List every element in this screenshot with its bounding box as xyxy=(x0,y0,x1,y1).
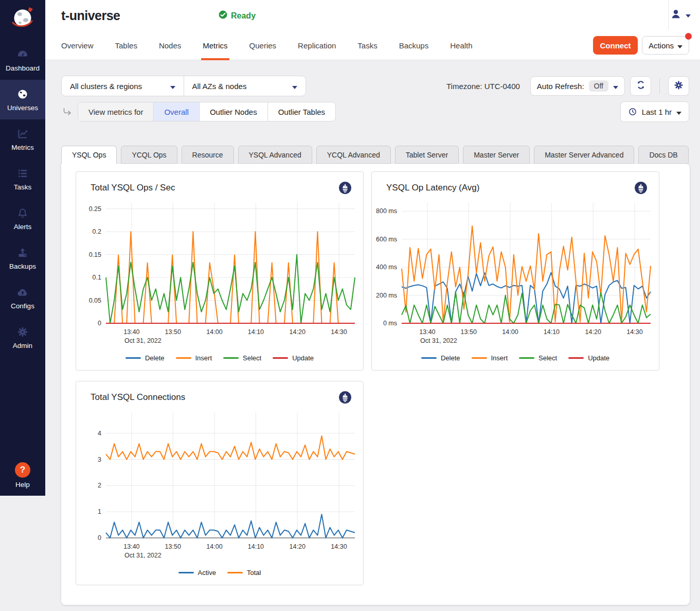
auto-refresh-control[interactable]: Auto Refresh: Off xyxy=(530,76,625,96)
legend-label: Select xyxy=(539,354,557,362)
svg-text:4: 4 xyxy=(98,430,101,437)
legend-label: Delete xyxy=(145,354,165,362)
view-metrics-label: View metrics for xyxy=(78,102,154,121)
prometheus-icon[interactable] xyxy=(634,181,648,195)
azs-nodes-dropdown[interactable]: All AZs & nodes xyxy=(184,76,306,96)
metric-tab-resource[interactable]: Resource xyxy=(182,146,234,164)
backup-icon xyxy=(16,247,29,259)
bell-icon xyxy=(16,207,29,219)
sidebar-item-metrics[interactable]: Metrics xyxy=(0,119,45,159)
svg-text:1: 1 xyxy=(98,508,101,515)
chart-canvas: 13:4013:5014:0014:1014:2014:300 ms200 ms… xyxy=(372,196,658,350)
nav-tab-list: OverviewTablesNodesMetricsQueriesReplica… xyxy=(61,31,494,60)
list-icon xyxy=(16,167,29,180)
sidebar-item-label: Alerts xyxy=(14,223,32,231)
prometheus-icon[interactable] xyxy=(338,181,352,195)
legend-item-update[interactable]: Update xyxy=(273,354,314,362)
actions-label: Actions xyxy=(649,41,674,50)
svg-text:0 ms: 0 ms xyxy=(383,320,397,327)
svg-text:0.25: 0.25 xyxy=(89,205,101,213)
azs-nodes-value: All AZs & nodes xyxy=(192,82,247,91)
sidebar-item-admin[interactable]: Admin xyxy=(0,318,45,357)
chevron-down-icon xyxy=(686,10,691,20)
legend-label: Delete xyxy=(441,354,460,362)
chart-card-ysql-op-latency: YSQL Op Latency (Avg) 13:4013:5014:0014:… xyxy=(371,171,659,371)
refresh-icon xyxy=(636,80,646,92)
metric-tab-ycql-advanced[interactable]: YCQL Advanced xyxy=(316,146,391,164)
help-icon: ? xyxy=(15,462,30,478)
legend-item-delete[interactable]: Delete xyxy=(125,354,165,362)
sidebar-item-dashboard[interactable]: Dashboard xyxy=(0,40,45,80)
tab-tasks[interactable]: Tasks xyxy=(357,31,377,60)
tab-queries[interactable]: Queries xyxy=(249,31,277,60)
avatar-icon xyxy=(670,8,682,22)
legend-item-insert[interactable]: Insert xyxy=(472,354,508,362)
legend-label: Active xyxy=(198,569,216,577)
sidebar-item-alerts[interactable]: Alerts xyxy=(0,199,45,238)
tab-metrics[interactable]: Metrics xyxy=(203,31,227,60)
legend-item-total[interactable]: Total xyxy=(227,569,261,577)
tab-nodes[interactable]: Nodes xyxy=(159,31,181,60)
metric-tab-master-server[interactable]: Master Server xyxy=(463,146,530,164)
chevron-down-icon xyxy=(677,41,683,50)
sidebar-item-label: Admin xyxy=(13,342,32,350)
svg-text:13:50: 13:50 xyxy=(165,328,181,336)
app-logo[interactable] xyxy=(8,4,37,35)
metric-tab-ysql-ops[interactable]: YSQL Ops xyxy=(61,146,117,164)
settings-button[interactable] xyxy=(668,76,689,96)
tab-overview[interactable]: Overview xyxy=(61,31,94,60)
connect-button[interactable]: Connect xyxy=(593,36,638,55)
scope-dropdown-group: All clusters & regions All AZs & nodes xyxy=(61,76,306,96)
view-metrics-tab-overall[interactable]: Overall xyxy=(154,102,200,121)
actions-button[interactable]: Actions xyxy=(642,36,689,55)
legend-item-select[interactable]: Select xyxy=(223,354,261,362)
legend-item-select[interactable]: Select xyxy=(519,354,557,362)
metric-tab-master-server-advanced[interactable]: Master Server Advanced xyxy=(534,146,634,164)
legend-swatch xyxy=(178,572,194,573)
svg-text:13:40: 13:40 xyxy=(419,328,435,336)
legend-item-active[interactable]: Active xyxy=(178,569,216,577)
tab-replication[interactable]: Replication xyxy=(298,31,336,60)
svg-text:400 ms: 400 ms xyxy=(376,264,397,271)
svg-text:Oct 31, 2022: Oct 31, 2022 xyxy=(420,337,457,344)
metric-tab-docs-db[interactable]: Docs DB xyxy=(638,146,688,164)
view-metrics-tab-outlier-tables[interactable]: Outlier Tables xyxy=(268,102,335,121)
sidebar-item-backups[interactable]: Backups xyxy=(0,238,45,278)
tab-health[interactable]: Health xyxy=(450,31,472,60)
metric-tab-ysql-advanced[interactable]: YSQL Advanced xyxy=(238,146,312,164)
tab-tables[interactable]: Tables xyxy=(115,31,137,60)
legend-swatch xyxy=(421,357,437,359)
svg-text:14:20: 14:20 xyxy=(585,328,601,336)
chevron-down-icon xyxy=(292,82,297,91)
legend-swatch xyxy=(568,357,584,359)
time-range-dropdown[interactable]: Last 1 hr xyxy=(620,101,689,122)
clusters-regions-dropdown[interactable]: All clusters & regions xyxy=(62,76,184,96)
view-metrics-tab-outlier-nodes[interactable]: Outlier Nodes xyxy=(200,102,268,121)
legend-item-update[interactable]: Update xyxy=(568,354,609,362)
legend-item-delete[interactable]: Delete xyxy=(421,354,460,362)
sidebar-item-tasks[interactable]: Tasks xyxy=(0,159,45,199)
auto-refresh-label: Auto Refresh: xyxy=(537,82,584,91)
chart-title: Total YSQL Connections xyxy=(91,392,185,403)
timezone-label: Timezone: UTC-0400 xyxy=(446,82,520,91)
metrics-panel: Total YSQL Ops / Sec 13:4013:5014:0014:1… xyxy=(61,164,690,605)
chart-title: Total YSQL Ops / Sec xyxy=(91,183,175,193)
clusters-regions-value: All clusters & regions xyxy=(70,82,142,91)
chart-line-icon xyxy=(16,128,29,140)
svg-text:13:50: 13:50 xyxy=(165,543,181,550)
sidebar-item-help[interactable]: ? Help xyxy=(15,462,30,488)
sidebar-item-configs[interactable]: Configs xyxy=(0,278,45,318)
user-menu[interactable] xyxy=(670,8,691,22)
tab-backups[interactable]: Backups xyxy=(399,31,429,60)
prometheus-icon[interactable] xyxy=(338,391,352,404)
sidebar-item-label: Universes xyxy=(7,104,38,112)
metric-tab-tablet-server[interactable]: Tablet Server xyxy=(395,146,459,164)
legend-item-insert[interactable]: Insert xyxy=(176,354,212,362)
metric-tab-ycql-ops[interactable]: YCQL Ops xyxy=(121,146,177,164)
sidebar-item-universes[interactable]: Universes xyxy=(0,80,45,119)
check-circle-icon xyxy=(218,10,228,22)
refresh-button[interactable] xyxy=(630,76,651,96)
svg-text:14:10: 14:10 xyxy=(248,543,264,550)
svg-text:14:10: 14:10 xyxy=(544,328,560,336)
page-title: t-universe xyxy=(61,8,120,23)
